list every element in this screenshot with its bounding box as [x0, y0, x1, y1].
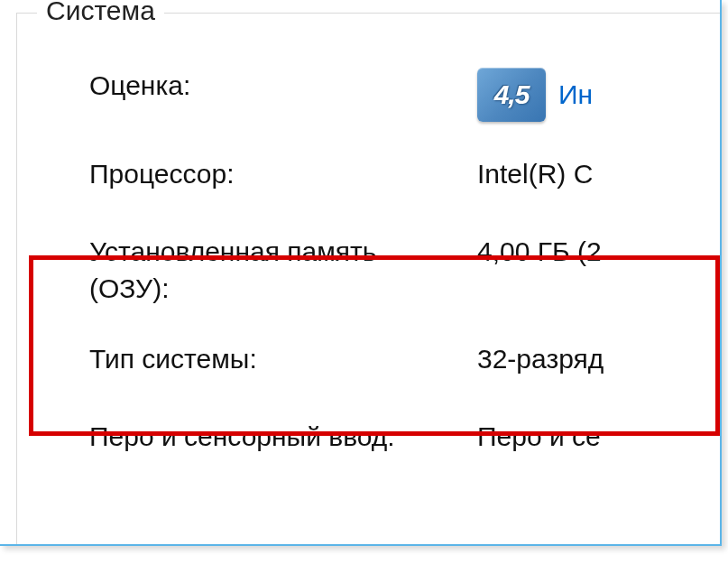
rating-value: 4,5 Ин: [477, 68, 593, 122]
system-type-value: 32-разряд: [477, 341, 604, 378]
pen-touch-value: Перо и се: [477, 419, 601, 456]
wei-link[interactable]: Ин: [558, 77, 593, 114]
processor-label: Процессор:: [89, 156, 477, 193]
system-group: Система Оценка: 4,5 Ин Процессор: Intel(…: [16, 13, 720, 544]
system-type-label: Тип системы:: [89, 341, 477, 378]
row-pen-touch: Перо и сенсорный ввод: Перо и се: [89, 419, 720, 462]
pen-touch-label: Перо и сенсорный ввод:: [89, 419, 477, 456]
processor-value: Intel(R) C: [477, 156, 593, 193]
row-system-type: Тип системы: 32-разряд: [89, 341, 720, 384]
row-memory: Установленная память (ОЗУ): 4,00 ГБ (2: [89, 234, 720, 307]
memory-label: Установленная память (ОЗУ):: [89, 234, 477, 307]
group-title: Система: [37, 0, 164, 26]
wei-badge[interactable]: 4,5: [477, 68, 546, 122]
rating-label: Оценка:: [89, 68, 477, 105]
row-rating: Оценка: 4,5 Ин: [89, 68, 720, 122]
system-info-content: Оценка: 4,5 Ин Процессор: Intel(R) C Уст…: [17, 14, 720, 462]
system-properties-panel: Система Оценка: 4,5 Ин Процессор: Intel(…: [0, 0, 722, 546]
row-processor: Процессор: Intel(R) C: [89, 156, 720, 199]
wei-score: 4,5: [494, 77, 530, 114]
memory-value: 4,00 ГБ (2: [477, 234, 602, 271]
